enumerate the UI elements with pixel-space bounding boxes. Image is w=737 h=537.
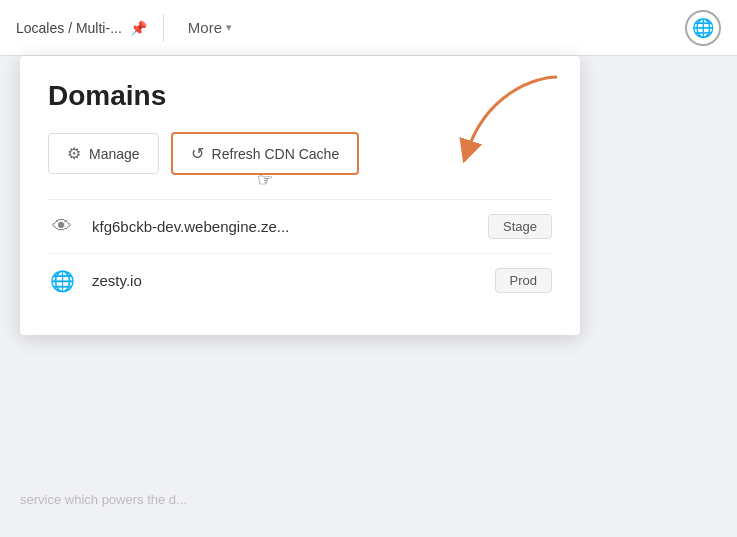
domain-item-prod: 🌐 zesty.io Prod — [48, 253, 552, 307]
chevron-down-icon: ▾ — [226, 21, 232, 34]
dropdown-panel: Domains ⚙ Manage ↺ Refresh CDN Cache ☞ 👁… — [20, 56, 580, 335]
domain-item-stage: 👁 kfg6bckb-dev.webengine.ze... Stage — [48, 199, 552, 253]
domain-name-stage: kfg6bckb-dev.webengine.ze... — [92, 218, 472, 235]
stage-badge: Stage — [488, 214, 552, 239]
prod-badge: Prod — [495, 268, 552, 293]
eye-icon: 👁 — [48, 215, 76, 238]
cursor-icon: ☞ — [257, 169, 273, 191]
manage-button[interactable]: ⚙ Manage — [48, 133, 159, 174]
gear-icon: ⚙ — [67, 144, 81, 163]
breadcrumb: Locales / Multi-... — [16, 20, 122, 36]
more-label: More — [188, 19, 222, 36]
refresh-icon: ↺ — [191, 144, 204, 163]
globe-button[interactable]: 🌐 — [685, 10, 721, 46]
manage-label: Manage — [89, 146, 140, 162]
pin-icon[interactable]: 📌 — [130, 20, 147, 36]
buttons-row: ⚙ Manage ↺ Refresh CDN Cache ☞ — [48, 132, 552, 175]
divider — [163, 14, 164, 42]
panel-title: Domains — [48, 80, 552, 112]
background-text: service which powers the d... — [20, 492, 737, 507]
more-button[interactable]: More ▾ — [180, 15, 240, 40]
domain-list: 👁 kfg6bckb-dev.webengine.ze... Stage 🌐 z… — [48, 199, 552, 307]
refresh-label: Refresh CDN Cache — [212, 146, 340, 162]
refresh-cdn-button[interactable]: ↺ Refresh CDN Cache ☞ — [171, 132, 360, 175]
domain-name-prod: zesty.io — [92, 272, 479, 289]
globe-domain-icon: 🌐 — [48, 269, 76, 293]
breadcrumb-area: Locales / Multi-... 📌 More ▾ — [16, 14, 240, 42]
globe-icon: 🌐 — [692, 17, 714, 39]
top-bar: Locales / Multi-... 📌 More ▾ 🌐 — [0, 0, 737, 56]
